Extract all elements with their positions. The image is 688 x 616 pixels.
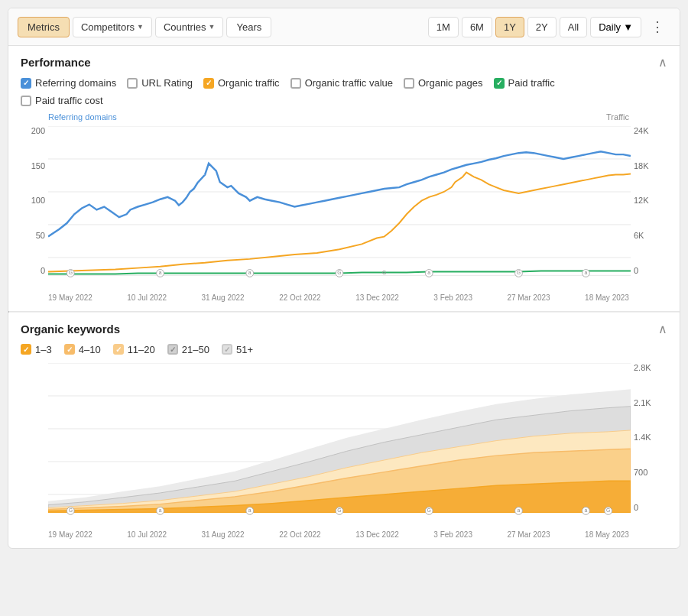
organic-keywords-collapse-button[interactable]: ∧ bbox=[658, 322, 667, 336]
performance-chart: G a a G G a G a bbox=[48, 126, 631, 290]
x-label: 13 Dec 2022 bbox=[355, 530, 399, 539]
checkbox-11-20[interactable]: ✓ bbox=[113, 344, 124, 355]
metric-label: URL Rating bbox=[141, 77, 193, 89]
metric-label: Paid traffic bbox=[508, 77, 555, 89]
performance-collapse-button[interactable]: ∧ bbox=[658, 55, 667, 70]
checkbox-21-50[interactable]: ✓ bbox=[167, 344, 178, 355]
metric-label: Organic pages bbox=[418, 77, 483, 89]
x-axis-labels: 19 May 2022 10 Jul 2022 31 Aug 2022 22 O… bbox=[48, 293, 629, 302]
keyword-range-1-3[interactable]: ✓ 1–3 bbox=[21, 344, 52, 355]
x-label: 31 Aug 2022 bbox=[202, 530, 245, 539]
keyword-range-51-plus[interactable]: ✓ 51+ bbox=[222, 344, 253, 355]
svg-text:a: a bbox=[248, 270, 252, 275]
svg-text:G: G bbox=[337, 270, 341, 275]
svg-text:G: G bbox=[606, 507, 610, 513]
y-label-right: 0 bbox=[634, 503, 667, 512]
time-6m-button[interactable]: 6M bbox=[462, 17, 492, 37]
checkbox-1-3[interactable]: ✓ bbox=[21, 344, 31, 355]
y-label: 150 bbox=[21, 161, 45, 170]
checkbox-url-rating[interactable] bbox=[127, 78, 138, 89]
y-label: 100 bbox=[21, 196, 45, 205]
y-label: 200 bbox=[21, 126, 45, 135]
checkbox-4-10[interactable]: ✓ bbox=[64, 344, 75, 355]
metric-paid-traffic-cost[interactable]: Paid traffic cost bbox=[21, 95, 103, 106]
keyword-range-21-50[interactable]: ✓ 21–50 bbox=[167, 344, 209, 355]
check-icon: ✓ bbox=[170, 345, 176, 354]
right-axis-title: Traffic bbox=[606, 112, 629, 122]
left-spacer bbox=[21, 363, 48, 527]
keyword-range-4-10[interactable]: ✓ 4–10 bbox=[64, 344, 101, 355]
keyword-range-11-20[interactable]: ✓ 11–20 bbox=[113, 344, 155, 355]
metric-url-rating[interactable]: URL Rating bbox=[127, 77, 193, 89]
svg-text:a: a bbox=[518, 507, 521, 513]
chevron-down-icon: ▼ bbox=[137, 23, 144, 31]
countries-label: Countries bbox=[164, 21, 206, 33]
checkbox-51-plus[interactable]: ✓ bbox=[222, 344, 232, 355]
legend-label: 4–10 bbox=[79, 344, 101, 355]
check-icon: ✓ bbox=[115, 345, 122, 354]
time-1m-button[interactable]: 1M bbox=[428, 17, 459, 37]
chevron-down-icon: ▼ bbox=[209, 23, 216, 31]
check-icon: ✓ bbox=[496, 79, 502, 87]
performance-header: Performance ∧ bbox=[21, 55, 667, 70]
svg-text:G: G bbox=[382, 270, 386, 275]
checkbox-paid-traffic-cost[interactable] bbox=[21, 96, 31, 106]
svg-text:G: G bbox=[427, 507, 431, 513]
x-label: 10 Jul 2022 bbox=[127, 293, 167, 302]
x-label: 27 Mar 2023 bbox=[507, 530, 550, 539]
granularity-dropdown[interactable]: Daily ▼ bbox=[590, 17, 641, 37]
nav-left: Metrics Competitors ▼ Countries ▼ Years bbox=[18, 17, 271, 37]
keywords-svg: G a a G G a a G bbox=[48, 363, 631, 527]
svg-text:a: a bbox=[159, 507, 162, 513]
x-label: 18 May 2023 bbox=[585, 530, 629, 539]
time-1y-button[interactable]: 1Y bbox=[495, 17, 524, 37]
metric-label: Organic traffic bbox=[218, 77, 280, 89]
metric-label: Referring domains bbox=[35, 77, 116, 89]
svg-text:a: a bbox=[584, 270, 587, 275]
time-2y-button[interactable]: 2Y bbox=[527, 17, 557, 37]
checkbox-organic-pages[interactable] bbox=[404, 78, 414, 89]
metrics-row-2: Paid traffic cost bbox=[21, 95, 667, 106]
y-label-right: 24K bbox=[634, 126, 667, 135]
svg-text:a: a bbox=[584, 507, 587, 513]
svg-text:G: G bbox=[69, 507, 73, 513]
metric-organic-traffic[interactable]: ✓ Organic traffic bbox=[203, 77, 280, 89]
metrics-button[interactable]: Metrics bbox=[18, 17, 70, 37]
y-label-right: 2.8K bbox=[634, 363, 667, 372]
y-label-right: 6K bbox=[634, 231, 667, 240]
x-label: 19 May 2022 bbox=[48, 293, 92, 302]
check-icon: ✓ bbox=[23, 79, 29, 87]
checkbox-referring-domains[interactable]: ✓ bbox=[21, 78, 31, 89]
x-label: 10 Jul 2022 bbox=[127, 530, 167, 539]
checkbox-organic-traffic-value[interactable] bbox=[290, 78, 301, 89]
legend-label: 1–3 bbox=[35, 344, 52, 355]
metrics-row-1: ✓ Referring domains URL Rating ✓ Organic… bbox=[21, 77, 667, 89]
time-controls: 1M 6M 1Y 2Y All Daily ▼ ⋮ bbox=[428, 15, 670, 39]
checkbox-organic-traffic[interactable]: ✓ bbox=[203, 78, 214, 89]
metric-referring-domains[interactable]: ✓ Referring domains bbox=[21, 77, 116, 89]
x-label: 22 Oct 2022 bbox=[279, 530, 320, 539]
organic-keywords-section: Organic keywords ∧ ✓ 1–3 ✓ 4–10 ✓ 11–20 … bbox=[8, 313, 680, 548]
metric-organic-pages[interactable]: Organic pages bbox=[404, 77, 483, 89]
checkbox-paid-traffic[interactable]: ✓ bbox=[494, 78, 505, 89]
y-label-right: 0 bbox=[634, 266, 667, 275]
x-label: 13 Dec 2022 bbox=[355, 293, 399, 302]
countries-dropdown[interactable]: Countries ▼ bbox=[155, 17, 224, 37]
y-label-right: 18K bbox=[634, 161, 667, 170]
x-label: 27 Mar 2023 bbox=[507, 293, 550, 302]
keywords-legend-row: ✓ 1–3 ✓ 4–10 ✓ 11–20 ✓ 21–50 ✓ 51+ bbox=[21, 344, 667, 355]
metric-organic-traffic-value[interactable]: Organic traffic value bbox=[290, 77, 393, 89]
y-label: 0 bbox=[21, 266, 45, 275]
more-options-button[interactable]: ⋮ bbox=[644, 15, 670, 39]
y-label-right: 12K bbox=[634, 196, 667, 205]
x-label: 3 Feb 2023 bbox=[433, 293, 472, 302]
time-all-button[interactable]: All bbox=[560, 17, 587, 37]
performance-title: Performance bbox=[21, 56, 91, 69]
y-label-right: 700 bbox=[634, 468, 667, 477]
x-axis-labels-keywords: 19 May 2022 10 Jul 2022 31 Aug 2022 22 O… bbox=[48, 530, 629, 539]
svg-text:a: a bbox=[159, 270, 162, 275]
years-button[interactable]: Years bbox=[226, 17, 271, 37]
metric-paid-traffic[interactable]: ✓ Paid traffic bbox=[494, 77, 555, 89]
competitors-dropdown[interactable]: Competitors ▼ bbox=[73, 17, 152, 37]
performance-svg: G a a G G a G a bbox=[48, 126, 631, 290]
